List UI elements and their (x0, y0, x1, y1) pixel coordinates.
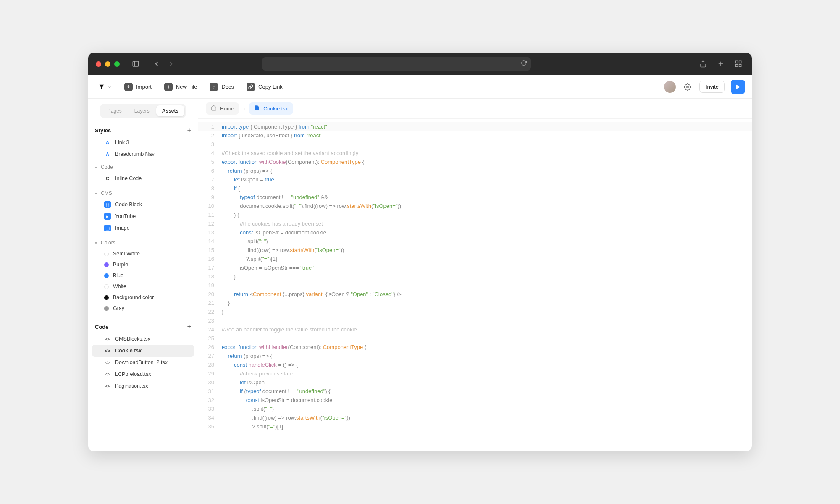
code-line[interactable]: 8 if ( (198, 184, 752, 193)
refresh-icon[interactable] (521, 60, 527, 68)
file-cookie[interactable]: <>Cookie.tsx (92, 345, 194, 357)
import-button[interactable]: Import (121, 80, 155, 94)
file-pagination[interactable]: <>Pagination.tsx (92, 380, 194, 392)
code-line[interactable]: 27 return (props) => { (198, 352, 752, 360)
color-blue[interactable]: Blue (92, 270, 194, 281)
code-line[interactable]: 25 (198, 334, 752, 343)
code-line[interactable]: 11 ) { (198, 210, 752, 219)
invite-button[interactable]: Invite (699, 81, 725, 93)
code-line[interactable]: 14 .split("; ") (198, 237, 752, 246)
code-line[interactable]: 2import { useState, useEffect } from "re… (198, 131, 752, 140)
code-line[interactable]: 22} (198, 307, 752, 316)
line-number: 10 (198, 202, 222, 210)
line-number: 29 (198, 369, 222, 378)
docs-label: Docs (221, 84, 234, 90)
style-item-breadcrumb[interactable]: A Breadcrumb Nav (92, 148, 194, 160)
color-background[interactable]: Background color (92, 292, 194, 303)
file-downloadbutton[interactable]: <>DownloadButton_2.tsx (92, 357, 194, 368)
code-content: const isOpenStr = document.cookie (222, 396, 332, 404)
color-purple[interactable]: Purple (92, 259, 194, 270)
new-file-button[interactable]: New File (161, 80, 201, 94)
code-line[interactable]: 33 .split("; ") (198, 404, 752, 413)
code-line[interactable]: 20 return <Component {...props} variant=… (198, 290, 752, 299)
code-line[interactable]: 1import type { ComponentType } from "rea… (198, 122, 752, 131)
new-tab-icon[interactable] (715, 58, 727, 70)
user-avatar[interactable] (664, 81, 676, 93)
line-number: 15 (198, 246, 222, 255)
nav-back-icon[interactable] (151, 58, 163, 70)
line-number: 14 (198, 237, 222, 246)
code-line[interactable]: 16 ?.split("=")[1] (198, 255, 752, 263)
code-line[interactable]: 3 (198, 140, 752, 149)
play-button[interactable] (731, 80, 745, 94)
tabs-grid-icon[interactable] (732, 58, 744, 70)
code-line[interactable]: 10 document.cookie.split("; ").find((row… (198, 202, 752, 210)
code-line[interactable]: 12 //the cookies has already been set (198, 219, 752, 228)
nav-forward-icon[interactable] (165, 58, 177, 70)
code-line[interactable]: 18 } (198, 272, 752, 281)
file-cmsblocks[interactable]: <>CMSBlocks.tsx (92, 333, 194, 345)
code-editor[interactable]: 1import type { ComponentType } from "rea… (198, 119, 752, 452)
add-style-button[interactable]: + (187, 126, 191, 134)
maximize-window-icon[interactable] (114, 61, 120, 67)
group-cms[interactable]: ▾CMS (88, 188, 198, 199)
style-inline-code[interactable]: C Inline Code (92, 173, 194, 184)
code-line[interactable]: 15 .find((row) => row.startsWith("isOpen… (198, 246, 752, 255)
group-code[interactable]: ▾Code (88, 162, 198, 173)
code-line[interactable]: 34 .find((row) => row.startsWith("isOpen… (198, 413, 752, 422)
code-line[interactable]: 4//Check the saved cookie and set the va… (198, 149, 752, 158)
add-code-button[interactable]: + (187, 323, 191, 331)
style-item-link3[interactable]: A Link 3 (92, 136, 194, 148)
code-line[interactable]: 26export function withHandler(Component)… (198, 343, 752, 352)
code-line[interactable]: 17 isOpen = isOpenStr === "true" (198, 263, 752, 272)
close-window-icon[interactable] (96, 61, 101, 67)
url-bar[interactable] (262, 57, 531, 71)
docs-button[interactable]: Docs (206, 80, 237, 94)
tab-pages[interactable]: Pages (102, 105, 128, 116)
color-semiwhite[interactable]: Semi White (92, 248, 194, 259)
code-line[interactable]: 31 if (typeof document !== "undefined") … (198, 387, 752, 396)
line-number: 7 (198, 175, 222, 184)
app-menu-dropdown[interactable] (95, 82, 115, 92)
code-line[interactable]: 35 ?.split("=")[1] (198, 422, 752, 431)
breadcrumb-home[interactable]: Home (206, 102, 239, 115)
code-line[interactable]: 28 const handleClick = () => { (198, 360, 752, 369)
breadcrumb-file[interactable]: Cookie.tsx (249, 102, 293, 115)
line-number: 9 (198, 193, 222, 202)
group-colors[interactable]: ▾Colors (88, 237, 198, 248)
line-number: 24 (198, 325, 222, 334)
color-white[interactable]: White (92, 281, 194, 292)
cms-image[interactable]: ▢Image (92, 222, 194, 234)
color-swatch-icon (104, 284, 109, 289)
code-line[interactable]: 29 //check previous state (198, 369, 752, 378)
code-line[interactable]: 19 (198, 281, 752, 290)
line-number: 13 (198, 228, 222, 237)
tab-assets[interactable]: Assets (156, 105, 184, 116)
code-line[interactable]: 30 let isOpen (198, 378, 752, 387)
code-line[interactable]: 23 (198, 316, 752, 325)
code-content: } (222, 272, 236, 281)
code-line[interactable]: 7 let isOpen = true (198, 175, 752, 184)
code-line[interactable]: 13 const isOpenStr = document.cookie (198, 228, 752, 237)
code-line[interactable]: 6 return (props) => { (198, 166, 752, 175)
cms-youtube[interactable]: ▸YouTube (92, 210, 194, 222)
minimize-window-icon[interactable] (105, 61, 110, 67)
color-swatch-icon (104, 273, 109, 278)
code-content: } (222, 307, 223, 316)
code-line[interactable]: 5export function withCookie(Component): … (198, 158, 752, 166)
link-icon (247, 83, 255, 91)
share-icon[interactable] (697, 58, 709, 70)
sidebar-toggle-icon[interactable] (130, 58, 142, 70)
color-gray[interactable]: Gray (92, 303, 194, 314)
code-line[interactable]: 9 typeof document !== "undefined" && (198, 193, 752, 202)
settings-button[interactable] (682, 81, 693, 93)
line-number: 35 (198, 422, 222, 431)
code-line[interactable]: 32 const isOpenStr = document.cookie (198, 396, 752, 404)
code-line[interactable]: 24//Add an handler to toggle the value s… (198, 325, 752, 334)
tab-layers[interactable]: Layers (129, 105, 155, 116)
cms-codeblock[interactable]: {}Code Block (92, 199, 194, 210)
code-line[interactable]: 21 } (198, 299, 752, 307)
code-content: .split("; ") (222, 404, 274, 413)
file-lcppreload[interactable]: <>LCPpreload.tsx (92, 368, 194, 380)
copy-link-button[interactable]: Copy Link (243, 80, 286, 94)
